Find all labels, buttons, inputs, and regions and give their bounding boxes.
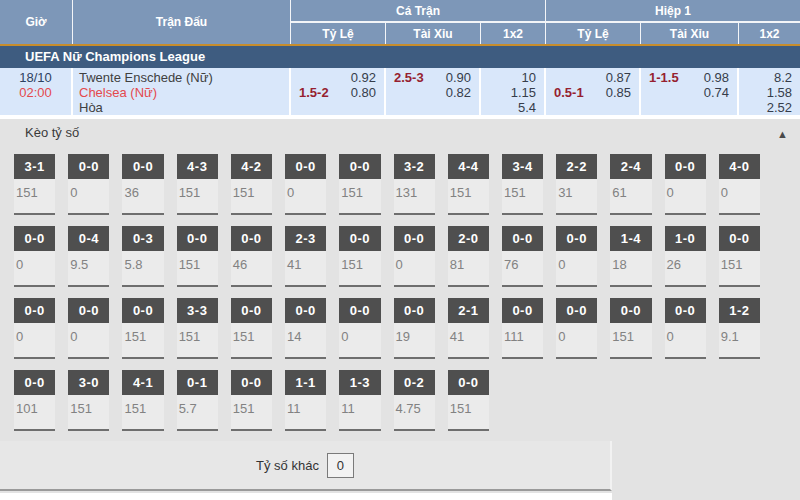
score-cell[interactable]: 2-141 bbox=[448, 298, 489, 359]
score-cell[interactable]: 0-0151 bbox=[231, 298, 272, 359]
score-value[interactable]: 0-0 bbox=[394, 298, 435, 323]
score-value[interactable]: 0-0 bbox=[122, 298, 163, 323]
h1-hdp-away-odds[interactable]: 0.85 bbox=[606, 85, 631, 100]
score-cell[interactable]: 3-3151 bbox=[177, 298, 218, 359]
score-value[interactable]: 0-0 bbox=[502, 226, 543, 251]
h1-1x2-away-odds[interactable]: 1.58 bbox=[767, 85, 792, 100]
score-value[interactable]: 0-0 bbox=[68, 298, 109, 323]
score-value[interactable]: 0-0 bbox=[14, 370, 55, 395]
score-value[interactable]: 0-1 bbox=[177, 370, 218, 395]
h1-under-odds[interactable]: 0.74 bbox=[704, 85, 729, 100]
score-cell[interactable]: 4-4151 bbox=[448, 154, 489, 215]
score-value[interactable]: 3-3 bbox=[177, 298, 218, 323]
score-cell[interactable]: 0-036 bbox=[122, 154, 163, 215]
score-cell[interactable]: 0-0151 bbox=[231, 370, 272, 431]
score-value[interactable]: 0-0 bbox=[556, 298, 597, 323]
score-cell[interactable]: 4-3151 bbox=[177, 154, 218, 215]
ft-overunder-cell[interactable]: 2.5-30.90 0.82 bbox=[386, 68, 479, 115]
score-cell[interactable]: 0-0151 bbox=[339, 154, 380, 215]
score-value[interactable]: 4-1 bbox=[122, 370, 163, 395]
score-value[interactable]: 0-0 bbox=[556, 226, 597, 251]
score-value[interactable]: 0-0 bbox=[665, 154, 706, 179]
score-value[interactable]: 2-2 bbox=[556, 154, 597, 179]
score-cell[interactable]: 0-0151 bbox=[177, 226, 218, 287]
score-cell[interactable]: 1-026 bbox=[665, 226, 706, 287]
score-cell[interactable]: 0-00 bbox=[14, 298, 55, 359]
score-value[interactable]: 0-0 bbox=[231, 370, 272, 395]
score-value[interactable]: 0-0 bbox=[231, 298, 272, 323]
score-cell[interactable]: 0-0151 bbox=[719, 226, 760, 287]
score-cell[interactable]: 1-418 bbox=[610, 226, 651, 287]
score-cell[interactable]: 0-35.8 bbox=[122, 226, 163, 287]
score-value[interactable]: 0-0 bbox=[394, 226, 435, 251]
score-value[interactable]: 3-0 bbox=[68, 370, 109, 395]
ft-hdp-away-odds[interactable]: 0.80 bbox=[351, 85, 376, 100]
score-value[interactable]: 0-3 bbox=[122, 226, 163, 251]
score-value[interactable]: 0-0 bbox=[719, 226, 760, 251]
score-cell[interactable]: 3-1151 bbox=[14, 154, 55, 215]
h1-1x2-cell[interactable]: 8.2 1.58 2.52 bbox=[739, 68, 800, 115]
h1-hdp-home-odds[interactable]: 0.87 bbox=[606, 70, 631, 85]
score-value[interactable]: 0-0 bbox=[14, 226, 55, 251]
score-value[interactable]: 1-4 bbox=[610, 226, 651, 251]
ft-1x2-draw-odds[interactable]: 5.4 bbox=[518, 100, 536, 115]
ft-1x2-away-odds[interactable]: 1.15 bbox=[511, 85, 536, 100]
score-cell[interactable]: 0-00 bbox=[665, 154, 706, 215]
score-cell[interactable]: 0-0111 bbox=[502, 298, 543, 359]
ft-hdp-home-odds[interactable]: 0.92 bbox=[351, 70, 376, 85]
score-value[interactable]: 0-0 bbox=[610, 298, 651, 323]
score-cell[interactable]: 0-0151 bbox=[610, 298, 651, 359]
score-value[interactable]: 4-2 bbox=[231, 154, 272, 179]
score-value[interactable]: 4-4 bbox=[448, 154, 489, 179]
score-value[interactable]: 4-3 bbox=[177, 154, 218, 179]
score-cell[interactable]: 0-0151 bbox=[448, 370, 489, 431]
score-value[interactable]: 3-1 bbox=[14, 154, 55, 179]
h1-1x2-draw-odds[interactable]: 2.52 bbox=[767, 100, 792, 115]
score-value[interactable]: 0-0 bbox=[68, 154, 109, 179]
score-value[interactable]: 2-4 bbox=[610, 154, 651, 179]
score-cell[interactable]: 2-461 bbox=[610, 154, 651, 215]
score-value[interactable]: 3-2 bbox=[394, 154, 435, 179]
score-value[interactable]: 0-0 bbox=[285, 154, 326, 179]
score-value[interactable]: 0-4 bbox=[68, 226, 109, 251]
other-score-value-box[interactable]: 0 bbox=[327, 453, 354, 478]
collapse-arrow-icon[interactable]: ▲ bbox=[777, 128, 788, 140]
score-cell[interactable]: 4-00 bbox=[719, 154, 760, 215]
score-cell[interactable]: 1-111 bbox=[285, 370, 326, 431]
score-cell[interactable]: 0-00 bbox=[339, 298, 380, 359]
score-cell[interactable]: 2-231 bbox=[556, 154, 597, 215]
h1-over-odds[interactable]: 0.98 bbox=[704, 70, 729, 85]
ft-handicap-cell[interactable]: 0.92 1.5-20.80 bbox=[291, 68, 384, 115]
score-cell[interactable]: 0-0151 bbox=[122, 298, 163, 359]
score-value[interactable]: 1-2 bbox=[719, 298, 760, 323]
score-value[interactable]: 0-0 bbox=[339, 154, 380, 179]
h1-1x2-home-odds[interactable]: 8.2 bbox=[774, 70, 792, 85]
score-value[interactable]: 2-3 bbox=[285, 226, 326, 251]
h1-handicap-cell[interactable]: 0.87 0.5-10.85 bbox=[546, 68, 639, 115]
ft-under-odds[interactable]: 0.82 bbox=[446, 85, 471, 100]
score-value[interactable]: 0-0 bbox=[14, 298, 55, 323]
score-cell[interactable]: 0-00 bbox=[285, 154, 326, 215]
score-cell[interactable]: 0-00 bbox=[14, 226, 55, 287]
score-value[interactable]: 0-0 bbox=[177, 226, 218, 251]
score-value[interactable]: 0-0 bbox=[665, 298, 706, 323]
score-cell[interactable]: 1-311 bbox=[339, 370, 380, 431]
h1-overunder-cell[interactable]: 1-1.50.98 0.74 bbox=[641, 68, 737, 115]
score-cell[interactable]: 0-0151 bbox=[339, 226, 380, 287]
score-value[interactable]: 4-0 bbox=[719, 154, 760, 179]
score-cell[interactable]: 3-4151 bbox=[502, 154, 543, 215]
score-cell[interactable]: 1-29.1 bbox=[719, 298, 760, 359]
score-cell[interactable]: 0-00 bbox=[556, 298, 597, 359]
score-cell[interactable]: 2-081 bbox=[448, 226, 489, 287]
score-cell[interactable]: 0-00 bbox=[68, 298, 109, 359]
score-cell[interactable]: 3-2131 bbox=[394, 154, 435, 215]
score-value[interactable]: 1-0 bbox=[665, 226, 706, 251]
score-cell[interactable]: 0-019 bbox=[394, 298, 435, 359]
score-cell[interactable]: 0-24.75 bbox=[394, 370, 435, 431]
ft-over-odds[interactable]: 0.90 bbox=[446, 70, 471, 85]
score-cell[interactable]: 0-014 bbox=[285, 298, 326, 359]
score-cell[interactable]: 0-00 bbox=[665, 298, 706, 359]
score-value[interactable]: 0-0 bbox=[122, 154, 163, 179]
score-value[interactable]: 0-0 bbox=[448, 370, 489, 395]
score-value[interactable]: 0-0 bbox=[502, 298, 543, 323]
